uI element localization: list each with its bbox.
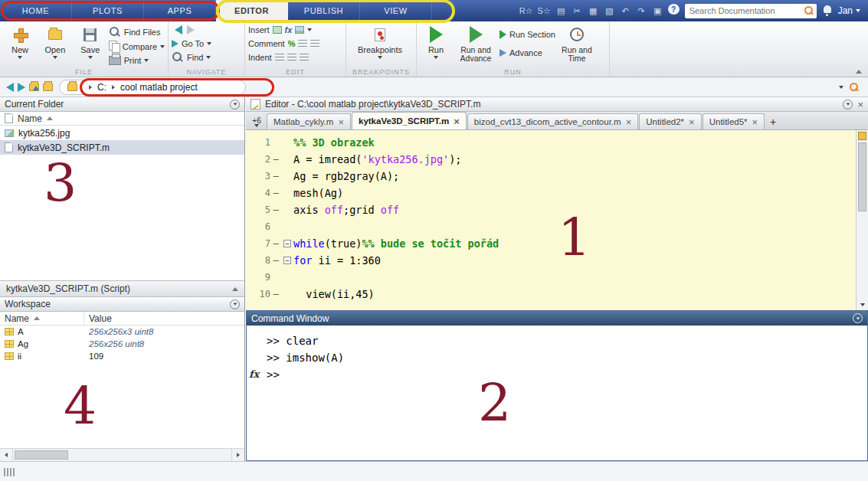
panel-menu-icon[interactable] (230, 299, 240, 309)
breadcrumb-folder[interactable]: cool matlab project (120, 82, 198, 93)
execution-dash[interactable]: – (270, 205, 281, 215)
scrollbar-thumb[interactable] (15, 450, 68, 460)
line-number[interactable]: 3 (246, 171, 270, 182)
breakpoints-button[interactable]: Breakpoints (349, 23, 411, 59)
search-icon[interactable] (804, 6, 814, 15)
editor-tab[interactable]: Matlab_cykly.m× (267, 113, 351, 129)
line-number[interactable]: 9 (246, 272, 270, 283)
code-editor-area[interactable]: 1%% 3D obrazek2–A = imread('kytka256.jpg… (246, 130, 856, 310)
line-number[interactable]: 4 (246, 188, 270, 198)
back-arrow-icon[interactable] (175, 25, 182, 34)
workspace-variable-row[interactable]: A256x256x3 uint8 (0, 326, 244, 338)
code-text[interactable]: mesh(Ag) (293, 187, 343, 199)
code-text[interactable]: %% 3D obrazek (293, 136, 375, 149)
close-tab-icon[interactable]: × (338, 117, 344, 127)
paste-icon[interactable]: ▧ (604, 4, 615, 18)
function-hints-fx-icon[interactable]: fx (249, 366, 259, 383)
file-details-bar[interactable]: kytkaVe3D_SCRIPT.m (Script) (0, 280, 244, 297)
execution-dash[interactable]: – (270, 255, 281, 266)
new-button[interactable]: New (3, 23, 37, 67)
up-one-level-icon[interactable] (29, 83, 39, 91)
toolstrip-tab-home[interactable]: HOME (0, 0, 72, 21)
workspace-panel-title[interactable]: Workspace (0, 297, 244, 312)
help-icon[interactable]: ? (668, 4, 680, 15)
workspace-variable-row[interactable]: Ag256x256 uint8 (0, 338, 244, 350)
run-button[interactable]: Run (420, 23, 452, 67)
workspace-variable-row[interactable]: ii109 (0, 350, 244, 362)
fold-marker-icon[interactable]: − (281, 240, 293, 247)
toolstrip-tab-apps[interactable]: APPS (144, 0, 216, 21)
scroll-left-icon[interactable] (0, 449, 13, 461)
collapse-fold-icon[interactable]: − (283, 257, 291, 264)
open-button[interactable]: Open (38, 23, 72, 67)
scroll-down-icon[interactable] (857, 299, 868, 310)
close-panel-icon[interactable]: × (857, 100, 863, 110)
line-number[interactable]: 2 (246, 154, 270, 165)
line-number[interactable]: 10 (246, 289, 270, 299)
line-number[interactable]: 8 (246, 255, 270, 266)
code-text[interactable]: Ag = rgb2gray(A); (293, 170, 399, 182)
toolstrip-tab-plots[interactable]: PLOTS (72, 0, 144, 21)
run-and-time-button[interactable]: Run and Time (557, 23, 597, 67)
line-number[interactable]: 7 (246, 238, 270, 249)
breadcrumb-drive[interactable]: C: (97, 82, 106, 93)
current-folder-panel-title[interactable]: Current Folder (0, 97, 244, 112)
user-menu[interactable]: Jan (838, 5, 860, 16)
command-window-body[interactable]: >> clear>> imshow(A)>> fx (247, 326, 867, 383)
close-tab-icon[interactable]: × (454, 116, 460, 126)
execution-dash[interactable]: – (270, 289, 281, 299)
execution-dash[interactable]: – (270, 171, 281, 182)
goto-button[interactable]: Go To (172, 37, 241, 51)
code-text[interactable]: axis off;grid off (293, 204, 399, 216)
collapse-fold-icon[interactable]: − (283, 240, 291, 247)
find-button[interactable]: Find (172, 51, 241, 64)
screenshot-icon[interactable]: ▣ (652, 4, 663, 18)
save-icon[interactable]: ▤ (555, 4, 567, 18)
nav-forward-icon[interactable] (18, 83, 25, 92)
editor-panel-title[interactable]: Editor - C:\cool matlab project\kytkaVe3… (246, 97, 868, 112)
notifications-bell-icon[interactable] (822, 5, 833, 17)
address-search-icon[interactable] (850, 83, 859, 92)
new-tab-button[interactable]: + (765, 114, 781, 129)
file-row[interactable]: kytkaVe3D_SCRIPT.m (0, 140, 244, 155)
copy-icon[interactable]: ▦ (588, 4, 599, 18)
editor-tab[interactable]: Untitled5*× (703, 113, 765, 129)
close-tab-icon[interactable]: × (752, 117, 758, 127)
current-folder-breadcrumb[interactable]: C: cool matlab project (59, 80, 246, 95)
toolstrip-tab-editor[interactable]: EDITOR (216, 0, 288, 21)
cut-icon[interactable]: ✂ (572, 4, 583, 18)
tab-overflow-button[interactable]: +6 (247, 114, 266, 129)
redo-icon[interactable]: ↷ (636, 4, 647, 18)
find-files-button[interactable]: Find Files (109, 25, 165, 39)
close-tab-icon[interactable]: × (689, 117, 695, 127)
code-text[interactable]: for ii = 1:360 (293, 254, 381, 267)
vertical-scrollbar[interactable] (856, 130, 868, 310)
nav-back-icon[interactable] (6, 83, 14, 92)
command-prompt-line[interactable]: >> (267, 366, 867, 383)
run-section-button[interactable]: Run Section (500, 28, 555, 41)
execution-dash[interactable]: – (270, 154, 281, 165)
code-analyzer-indicator[interactable] (858, 132, 866, 140)
shortcut-s-icon[interactable]: S☆ (537, 4, 550, 18)
line-number[interactable]: 6 (246, 221, 270, 232)
workspace-column-headers[interactable]: Name Value (0, 312, 244, 326)
panel-menu-icon[interactable] (853, 313, 863, 323)
browse-folder-icon[interactable] (43, 83, 53, 91)
search-documentation-input[interactable] (689, 6, 804, 15)
collapse-ribbon-icon[interactable] (856, 70, 862, 74)
code-text[interactable]: while(true)%% bude se točit pořád (293, 237, 499, 250)
address-dropdown-icon[interactable] (839, 86, 843, 89)
scrollbar-thumb[interactable] (858, 142, 866, 211)
panel-menu-icon[interactable] (843, 100, 853, 110)
undo-icon[interactable]: ↶ (620, 4, 631, 18)
toolstrip-tab-view[interactable]: VIEW (360, 0, 432, 21)
panel-menu-icon[interactable] (230, 100, 240, 110)
code-text[interactable]: view(ii,45) (293, 288, 375, 300)
toolstrip-tab-publish[interactable]: PUBLISH (288, 0, 360, 21)
command-window-title-bar[interactable]: Command Window (247, 311, 867, 326)
close-tab-icon[interactable]: × (626, 117, 632, 127)
fold-marker-icon[interactable]: − (281, 257, 293, 264)
comment-button[interactable]: Comment% (248, 37, 342, 51)
file-row[interactable]: kytka256.jpg (0, 126, 244, 140)
insert-button[interactable]: Insertfx (248, 23, 342, 37)
